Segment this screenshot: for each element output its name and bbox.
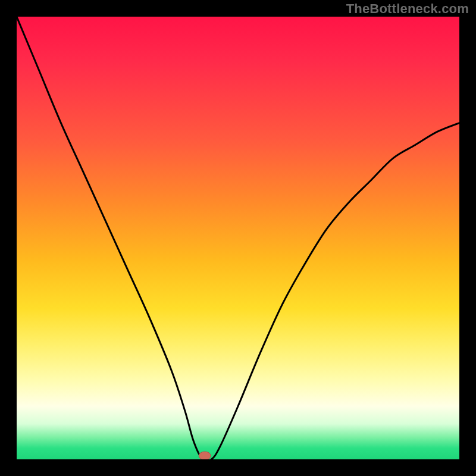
chart-svg <box>17 17 459 459</box>
optimal-point-marker <box>199 452 211 459</box>
bottleneck-curve <box>17 17 459 459</box>
plot-area <box>17 17 459 459</box>
watermark-text: TheBottleneck.com <box>346 1 469 17</box>
chart-frame: TheBottleneck.com <box>0 0 476 476</box>
